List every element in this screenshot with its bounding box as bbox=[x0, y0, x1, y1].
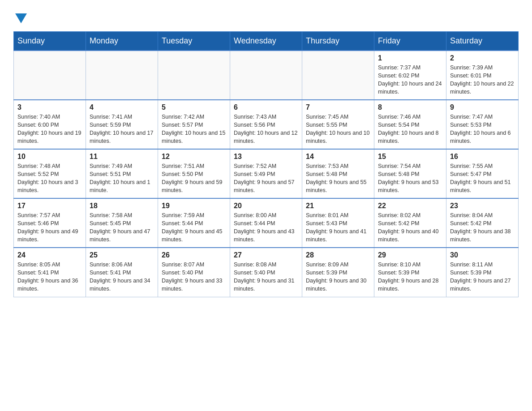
calendar-cell: 12Sunrise: 7:51 AM Sunset: 5:50 PM Dayli… bbox=[158, 149, 230, 198]
day-info: Sunrise: 7:53 AM Sunset: 5:48 PM Dayligh… bbox=[306, 162, 370, 195]
calendar-cell: 11Sunrise: 7:49 AM Sunset: 5:51 PM Dayli… bbox=[86, 149, 158, 198]
day-info: Sunrise: 8:01 AM Sunset: 5:43 PM Dayligh… bbox=[306, 211, 370, 244]
day-number: 14 bbox=[306, 153, 370, 161]
calendar-cell: 17Sunrise: 7:57 AM Sunset: 5:46 PM Dayli… bbox=[14, 198, 86, 248]
calendar-cell: 5Sunrise: 7:42 AM Sunset: 5:57 PM Daylig… bbox=[158, 100, 230, 149]
calendar-cell bbox=[230, 51, 302, 100]
day-number: 4 bbox=[90, 103, 154, 111]
day-info: Sunrise: 7:54 AM Sunset: 5:48 PM Dayligh… bbox=[378, 162, 442, 195]
day-number: 26 bbox=[162, 251, 226, 259]
calendar-cell: 19Sunrise: 7:59 AM Sunset: 5:44 PM Dayli… bbox=[158, 198, 230, 248]
day-number: 19 bbox=[162, 202, 226, 210]
day-number: 18 bbox=[90, 202, 154, 210]
day-number: 7 bbox=[306, 103, 370, 111]
day-info: Sunrise: 7:46 AM Sunset: 5:54 PM Dayligh… bbox=[378, 113, 442, 146]
day-number: 2 bbox=[450, 54, 515, 62]
day-info: Sunrise: 8:06 AM Sunset: 5:41 PM Dayligh… bbox=[90, 261, 154, 293]
day-number: 8 bbox=[378, 103, 442, 111]
day-info: Sunrise: 7:49 AM Sunset: 5:51 PM Dayligh… bbox=[90, 162, 154, 195]
week-row-4: 17Sunrise: 7:57 AM Sunset: 5:46 PM Dayli… bbox=[14, 198, 519, 248]
day-number: 23 bbox=[450, 202, 515, 210]
calendar-cell bbox=[302, 51, 374, 100]
calendar-cell: 13Sunrise: 7:52 AM Sunset: 5:49 PM Dayli… bbox=[230, 149, 302, 198]
day-info: Sunrise: 7:41 AM Sunset: 5:59 PM Dayligh… bbox=[90, 113, 154, 146]
weekday-header-row: SundayMondayTuesdayWednesdayThursdayFrid… bbox=[14, 32, 519, 51]
week-row-1: 1Sunrise: 7:37 AM Sunset: 6:02 PM Daylig… bbox=[14, 51, 519, 100]
calendar-cell: 15Sunrise: 7:54 AM Sunset: 5:48 PM Dayli… bbox=[374, 149, 446, 198]
week-row-2: 3Sunrise: 7:40 AM Sunset: 6:00 PM Daylig… bbox=[14, 100, 519, 149]
calendar-cell bbox=[158, 51, 230, 100]
day-number: 29 bbox=[378, 251, 442, 259]
weekday-header-monday: Monday bbox=[86, 32, 158, 51]
calendar-cell: 23Sunrise: 8:04 AM Sunset: 5:42 PM Dayli… bbox=[446, 198, 519, 248]
weekday-header-wednesday: Wednesday bbox=[230, 32, 302, 51]
calendar-cell: 18Sunrise: 7:58 AM Sunset: 5:45 PM Dayli… bbox=[86, 198, 158, 248]
day-info: Sunrise: 8:07 AM Sunset: 5:40 PM Dayligh… bbox=[162, 261, 226, 293]
calendar-cell: 16Sunrise: 7:55 AM Sunset: 5:47 PM Dayli… bbox=[446, 149, 519, 198]
weekday-header-tuesday: Tuesday bbox=[158, 32, 230, 51]
weekday-header-friday: Friday bbox=[374, 32, 446, 51]
day-number: 10 bbox=[17, 153, 82, 161]
calendar-cell: 27Sunrise: 8:08 AM Sunset: 5:40 PM Dayli… bbox=[230, 248, 302, 297]
day-info: Sunrise: 7:48 AM Sunset: 5:52 PM Dayligh… bbox=[17, 162, 82, 195]
day-number: 11 bbox=[90, 153, 154, 161]
calendar-cell: 24Sunrise: 8:05 AM Sunset: 5:41 PM Dayli… bbox=[14, 248, 86, 297]
day-number: 9 bbox=[450, 103, 515, 111]
calendar-cell: 29Sunrise: 8:10 AM Sunset: 5:39 PM Dayli… bbox=[374, 248, 446, 297]
day-info: Sunrise: 8:00 AM Sunset: 5:44 PM Dayligh… bbox=[234, 211, 298, 244]
day-number: 24 bbox=[17, 251, 82, 259]
week-row-5: 24Sunrise: 8:05 AM Sunset: 5:41 PM Dayli… bbox=[14, 248, 519, 297]
calendar-cell: 14Sunrise: 7:53 AM Sunset: 5:48 PM Dayli… bbox=[302, 149, 374, 198]
day-number: 12 bbox=[162, 153, 226, 161]
day-number: 20 bbox=[234, 202, 298, 210]
logo-triangle-icon bbox=[15, 13, 27, 23]
calendar-cell: 20Sunrise: 8:00 AM Sunset: 5:44 PM Dayli… bbox=[230, 198, 302, 248]
day-info: Sunrise: 7:59 AM Sunset: 5:44 PM Dayligh… bbox=[162, 211, 226, 244]
day-info: Sunrise: 8:04 AM Sunset: 5:42 PM Dayligh… bbox=[450, 211, 515, 244]
day-info: Sunrise: 7:45 AM Sunset: 5:55 PM Dayligh… bbox=[306, 113, 370, 146]
day-number: 25 bbox=[90, 251, 154, 259]
day-info: Sunrise: 7:43 AM Sunset: 5:56 PM Dayligh… bbox=[234, 113, 298, 146]
day-number: 16 bbox=[450, 153, 515, 161]
calendar-cell: 22Sunrise: 8:02 AM Sunset: 5:42 PM Dayli… bbox=[374, 198, 446, 248]
day-info: Sunrise: 8:09 AM Sunset: 5:39 PM Dayligh… bbox=[306, 261, 370, 293]
calendar-cell: 9Sunrise: 7:47 AM Sunset: 5:53 PM Daylig… bbox=[446, 100, 519, 149]
calendar-cell: 28Sunrise: 8:09 AM Sunset: 5:39 PM Dayli… bbox=[302, 248, 374, 297]
day-number: 1 bbox=[378, 54, 442, 62]
calendar-cell bbox=[14, 51, 86, 100]
day-info: Sunrise: 7:39 AM Sunset: 6:01 PM Dayligh… bbox=[450, 64, 515, 96]
day-info: Sunrise: 7:58 AM Sunset: 5:45 PM Dayligh… bbox=[90, 211, 154, 244]
day-info: Sunrise: 8:10 AM Sunset: 5:39 PM Dayligh… bbox=[378, 261, 442, 293]
day-info: Sunrise: 8:05 AM Sunset: 5:41 PM Dayligh… bbox=[17, 261, 82, 293]
day-number: 5 bbox=[162, 103, 226, 111]
calendar-cell: 30Sunrise: 8:11 AM Sunset: 5:39 PM Dayli… bbox=[446, 248, 519, 297]
day-info: Sunrise: 7:52 AM Sunset: 5:49 PM Dayligh… bbox=[234, 162, 298, 195]
day-info: Sunrise: 7:40 AM Sunset: 6:00 PM Dayligh… bbox=[17, 113, 82, 146]
weekday-header-thursday: Thursday bbox=[302, 32, 374, 51]
day-number: 21 bbox=[306, 202, 370, 210]
calendar-cell bbox=[86, 51, 158, 100]
day-number: 30 bbox=[450, 251, 515, 259]
calendar-cell: 21Sunrise: 8:01 AM Sunset: 5:43 PM Dayli… bbox=[302, 198, 374, 248]
calendar-cell: 2Sunrise: 7:39 AM Sunset: 6:01 PM Daylig… bbox=[446, 51, 519, 100]
calendar-table: SundayMondayTuesdayWednesdayThursdayFrid… bbox=[13, 31, 519, 297]
day-number: 22 bbox=[378, 202, 442, 210]
calendar-cell: 25Sunrise: 8:06 AM Sunset: 5:41 PM Dayli… bbox=[86, 248, 158, 297]
day-info: Sunrise: 7:37 AM Sunset: 6:02 PM Dayligh… bbox=[378, 64, 442, 96]
day-number: 27 bbox=[234, 251, 298, 259]
calendar-cell: 10Sunrise: 7:48 AM Sunset: 5:52 PM Dayli… bbox=[14, 149, 86, 198]
day-number: 17 bbox=[17, 202, 82, 210]
day-info: Sunrise: 8:08 AM Sunset: 5:40 PM Dayligh… bbox=[234, 261, 298, 293]
day-number: 13 bbox=[234, 153, 298, 161]
calendar-cell: 3Sunrise: 7:40 AM Sunset: 6:00 PM Daylig… bbox=[14, 100, 86, 149]
weekday-header-saturday: Saturday bbox=[446, 32, 519, 51]
week-row-3: 10Sunrise: 7:48 AM Sunset: 5:52 PM Dayli… bbox=[14, 149, 519, 198]
calendar-cell: 8Sunrise: 7:46 AM Sunset: 5:54 PM Daylig… bbox=[374, 100, 446, 149]
calendar-cell: 26Sunrise: 8:07 AM Sunset: 5:40 PM Dayli… bbox=[158, 248, 230, 297]
day-info: Sunrise: 7:47 AM Sunset: 5:53 PM Dayligh… bbox=[450, 113, 515, 146]
logo bbox=[13, 9, 27, 23]
day-number: 15 bbox=[378, 153, 442, 161]
calendar-cell: 1Sunrise: 7:37 AM Sunset: 6:02 PM Daylig… bbox=[374, 51, 446, 100]
weekday-header-sunday: Sunday bbox=[14, 32, 86, 51]
day-number: 6 bbox=[234, 103, 298, 111]
